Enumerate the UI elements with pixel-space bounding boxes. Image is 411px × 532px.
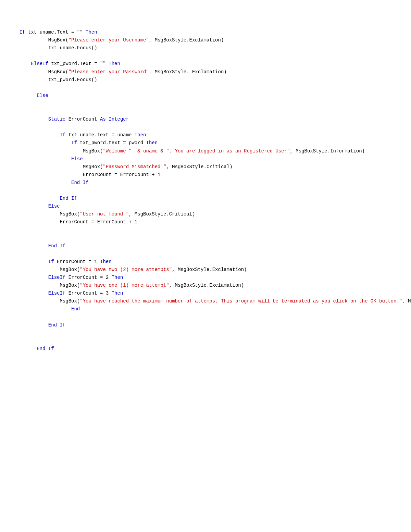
code-indent-25: MsgBox( [14, 298, 80, 304]
code-text-11: ErrorCount = 1 [54, 259, 100, 264]
keyword-elseif-1: ElseIf [31, 61, 48, 66]
keyword-then-7: Then [112, 290, 123, 296]
keyword-endif-4: End If [48, 322, 65, 328]
code-text-14: , MsgBoxStyle.Exclamation) [169, 283, 244, 288]
keyword-endif-2: End If [60, 196, 77, 201]
code-indent-14 [14, 180, 71, 185]
code-text-12: , MsgBoxStyle.Exclamation) [172, 267, 247, 272]
keyword-elseif-3: ElseIf [48, 290, 65, 296]
keyword-as: As [100, 116, 106, 122]
keyword-else-3: Else [48, 203, 60, 209]
code-indent-13: ErrorCount = ErrorCount + 1 [14, 172, 160, 177]
code-indent-16 [14, 203, 48, 209]
code-indent-9 [14, 140, 71, 146]
keyword-then-3: Then [135, 132, 146, 138]
code-container: If txt_uname.Text = "" Then MsgBox("Plea… [14, 21, 397, 353]
code-indent-7 [14, 116, 48, 122]
code-indent-11 [14, 156, 71, 162]
keyword-if-1: If [20, 29, 25, 35]
keyword-elseif-2: ElseIf [48, 275, 65, 280]
code-indent-12: MsgBox( [14, 164, 103, 170]
code-indent-21: MsgBox( [14, 267, 80, 272]
keyword-endif-3: End If [48, 243, 65, 249]
code-indent-4: MsgBox( [14, 69, 68, 75]
keyword-if-2: If [60, 132, 65, 138]
string-1: "Please enter your Username" [68, 37, 149, 43]
code-text-2: , MsgBoxStyle.Exclamation) [149, 37, 224, 43]
code-indent-27 [14, 322, 48, 328]
keyword-if-3: If [71, 140, 77, 146]
code-text-13: ErrorCount = 2 [65, 275, 111, 280]
code-indent-19 [14, 243, 48, 249]
string-3: "Welcome " & uname & ". You are logged i… [103, 148, 290, 154]
code-indent-8 [14, 132, 60, 138]
keyword-then-6: Then [112, 275, 123, 280]
code-indent-10: MsgBox( [14, 148, 103, 154]
keyword-then-5: Then [100, 259, 112, 264]
string-5: "User not found " [80, 211, 129, 217]
code-indent-15 [14, 196, 60, 201]
keyword-else-1: Else [37, 93, 48, 98]
keyword-static: Static [48, 116, 65, 122]
keyword-end: End [71, 306, 80, 312]
keyword-then-1: Then [86, 29, 97, 35]
code-indent-22 [14, 275, 48, 280]
code-text-15: ErrorCount = 3 [65, 290, 111, 296]
code-text-8: , MsgBoxStyle.Information) [290, 148, 365, 154]
code-text: txt_uname.Text = "" [25, 29, 86, 35]
string-4: "Password Mismatched!" [103, 164, 166, 170]
code-indent-2: txt_uname.Focus() [14, 45, 97, 51]
code-text-10: , MsgBoxStyle.Critical) [129, 211, 195, 217]
code-text-3: txt_pword.Text = "" [48, 61, 109, 66]
code-text-5: ErrorCount [65, 116, 100, 122]
code-indent-26 [14, 306, 71, 312]
code-indent-23: MsgBox( [14, 283, 80, 288]
code-text-6: txt_uname.text = uname [65, 132, 135, 138]
keyword-endif-5: End If [37, 346, 54, 351]
code-text-4: , MsgBoxStyle. Exclamation) [149, 69, 227, 75]
code-indent-28 [14, 346, 37, 351]
keyword-else-2: Else [71, 156, 83, 162]
string-6: "You have two (2) more attempts" [80, 267, 172, 272]
keyword-endif-1: End If [71, 180, 88, 185]
keyword-then-4: Then [146, 140, 158, 146]
keyword-integer: Integer [109, 116, 129, 122]
code-indent-18: ErrorCount = ErrorCount + 1 [14, 219, 137, 225]
string-8: "You have reached the maximum number of … [80, 298, 402, 304]
code-indent-17: MsgBox( [14, 211, 80, 217]
keyword-then-2: Then [109, 61, 120, 66]
keyword-if-4: If [48, 259, 54, 264]
code-text-16: , MsgBoxStyle.Critical) [402, 298, 411, 304]
code-indent-5: txt_pword.Focus() [14, 77, 97, 83]
code-text-7: txt_pword.text = pword [77, 140, 146, 146]
code-text-9: , MsgBoxStyle.Critical) [166, 164, 232, 170]
code-indent-24 [14, 290, 48, 296]
code-indent-3 [14, 61, 31, 66]
string-2: "Please enter your Password" [68, 69, 149, 75]
code-indent-20 [14, 259, 48, 264]
code-indent: MsgBox( [14, 37, 68, 43]
code-indent-6 [14, 93, 37, 98]
string-7: "You have one (1) more attempt" [80, 283, 169, 288]
